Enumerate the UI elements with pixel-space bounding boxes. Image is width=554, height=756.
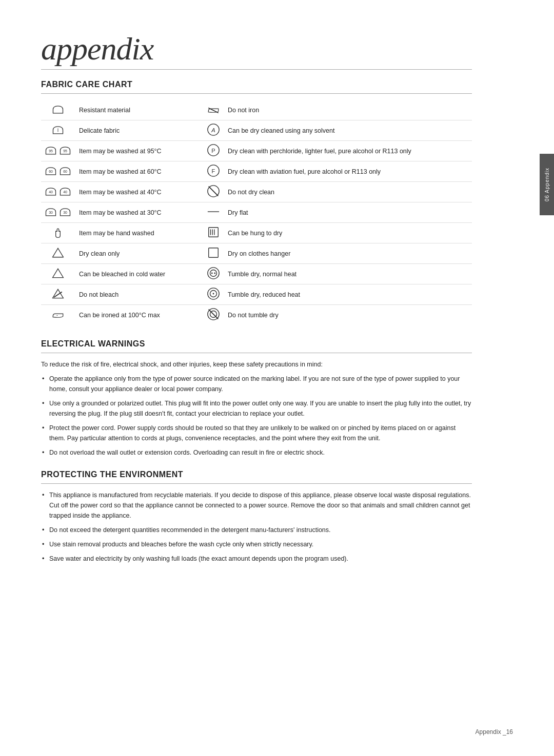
icon-left-1 — [41, 120, 75, 141]
sidebar-label: 06 Appendix — [544, 168, 550, 201]
icon-right-0 — [203, 100, 224, 120]
list-item: Do not overload the wall outlet or exten… — [41, 447, 472, 458]
icon-right-7 — [203, 243, 224, 264]
label-right-2: Dry clean with perchloride, lighter fuel… — [224, 141, 472, 161]
electrical-intro: To reduce the risk of fire, electrical s… — [41, 359, 472, 370]
environment-heading: PROTECTING THE ENVIRONMENT — [41, 470, 472, 479]
svg-text:30: 30 — [49, 211, 53, 214]
svg-line-15 — [209, 187, 219, 196]
svg-text:40: 40 — [49, 190, 53, 194]
label-left-0: Resistant material — [75, 100, 188, 120]
label-left-3: Item may be washed at 60°C — [75, 161, 188, 182]
table-row: Can be bleached in cold water Tumble dry… — [41, 264, 472, 284]
icon-right-2: P — [203, 141, 224, 161]
label-right-8: Tumble dry, normal heat — [224, 264, 472, 284]
table-row: 95 95 Item may be washed at 95°C P Dry c… — [41, 141, 472, 161]
icon-right-10 — [203, 305, 224, 325]
icon-left-9 — [41, 284, 75, 305]
label-right-7: Dry on clothes hanger — [224, 243, 472, 264]
table-row: Resistant material Do not iron — [41, 100, 472, 120]
table-row: Dry clean only Dry on clothes hanger — [41, 243, 472, 264]
table-row: 40 40 Item may be washed at 40°C Do not … — [41, 182, 472, 202]
icon-left-8 — [41, 264, 75, 284]
table-row: Can be ironed at 100°C max Do not tumble… — [41, 305, 472, 325]
label-right-6: Can be hung to dry — [224, 223, 472, 243]
svg-point-27 — [208, 268, 219, 279]
svg-point-29 — [211, 273, 213, 274]
svg-text:95: 95 — [49, 149, 53, 153]
table-row: Do not bleach Tumble dry, reduced heat — [41, 284, 472, 305]
electrical-body: To reduce the risk of fire, electrical s… — [41, 359, 472, 458]
icon-left-5: 30 30 — [41, 202, 75, 223]
svg-point-35 — [213, 293, 214, 295]
icon-right-5 — [203, 202, 224, 223]
svg-text:60: 60 — [49, 170, 53, 173]
list-item: Operate the appliance only from the type… — [41, 374, 472, 394]
icon-right-6 — [203, 223, 224, 243]
title-divider — [41, 69, 472, 70]
label-left-8: Can be bleached in cold water — [75, 264, 188, 284]
label-left-5: Item may be washed at 30°C — [75, 202, 188, 223]
table-row: 60 60 Item may be washed at 60°C F Dry c… — [41, 161, 472, 182]
label-left-1: Delicate fabric — [75, 120, 188, 141]
table-row: Delicate fabric A Can be dry cleaned usi… — [41, 120, 472, 141]
environment-section: PROTECTING THE ENVIRONMENT This applianc… — [41, 470, 472, 564]
svg-marker-26 — [53, 269, 64, 277]
label-left-4: Item may be washed at 40°C — [75, 182, 188, 202]
svg-line-32 — [54, 292, 62, 297]
svg-point-36 — [57, 315, 58, 316]
label-left-7: Dry clean only — [75, 243, 188, 264]
label-right-0: Do not iron — [224, 100, 472, 120]
icon-right-3: F — [203, 161, 224, 182]
svg-text:F: F — [212, 168, 215, 174]
icon-left-4: 40 40 — [41, 182, 75, 202]
icon-left-7 — [41, 243, 75, 264]
list-item: Use only a grounded or polarized outlet.… — [41, 398, 472, 419]
label-right-9: Tumble dry, reduced heat — [224, 284, 472, 305]
label-right-4: Do not dry clean — [224, 182, 472, 202]
svg-text:60: 60 — [63, 170, 67, 173]
environment-divider — [41, 483, 472, 484]
label-right-1: Can be dry cleaned using any solvent — [224, 120, 472, 141]
icon-left-0 — [41, 100, 75, 120]
icon-right-8 — [203, 264, 224, 284]
svg-marker-23 — [53, 248, 64, 257]
icon-right-1: A — [203, 120, 224, 141]
list-item: Use stain removal products and bleaches … — [41, 539, 472, 549]
svg-text:95: 95 — [63, 149, 67, 153]
svg-rect-19 — [209, 228, 219, 237]
page-footer: Appendix _16 — [476, 728, 513, 735]
label-left-2: Item may be washed at 95°C — [75, 141, 188, 161]
svg-point-30 — [214, 273, 215, 274]
label-left-6: Item may be hand washed — [75, 223, 188, 243]
list-item: Do not exceed the detergent quantities r… — [41, 525, 472, 535]
table-row: Item may be hand washed Can be hung to d… — [41, 223, 472, 243]
svg-text:P: P — [211, 148, 215, 154]
fabric-care-table: Resistant material Do not iron Delicate … — [41, 100, 472, 325]
icon-left-3: 60 60 — [41, 161, 75, 182]
svg-point-28 — [210, 270, 217, 277]
icon-left-2: 95 95 — [41, 141, 75, 161]
svg-text:40: 40 — [63, 190, 67, 194]
page-title: appendix — [41, 31, 472, 67]
svg-text:30: 30 — [63, 211, 67, 214]
label-left-10: Can be ironed at 100°C max — [75, 305, 188, 325]
list-item: This appliance is manufactured from recy… — [41, 490, 472, 521]
electrical-section: ELECTRICAL WARNINGS To reduce the risk o… — [41, 339, 472, 458]
sidebar-tab: 06 Appendix — [540, 154, 554, 215]
svg-text:A: A — [211, 127, 215, 133]
electrical-heading: ELECTRICAL WARNINGS — [41, 339, 472, 349]
label-right-10: Do not tumble dry — [224, 305, 472, 325]
environment-body: This appliance is manufactured from recy… — [41, 490, 472, 564]
label-right-3: Dry clean with aviation fuel, pure alcoh… — [224, 161, 472, 182]
label-right-5: Dry flat — [224, 202, 472, 223]
svg-rect-25 — [209, 248, 219, 258]
icon-right-9 — [203, 284, 224, 305]
icon-left-10 — [41, 305, 75, 325]
label-left-9: Do not bleach — [75, 284, 188, 305]
icon-left-6 — [41, 223, 75, 243]
fabric-care-heading: FABRIC CARE CHART — [41, 80, 472, 89]
list-item: Protect the power cord. Power supply cor… — [41, 423, 472, 443]
table-row: 30 30 Item may be washed at 30°C Dry fla… — [41, 202, 472, 223]
fabric-care-divider — [41, 93, 472, 94]
